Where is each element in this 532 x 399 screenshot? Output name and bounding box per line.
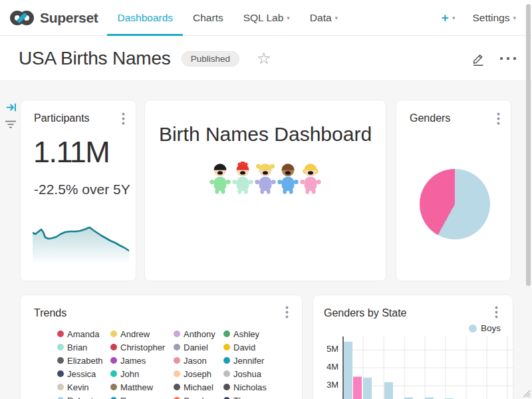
chart-options-kebab-icon[interactable]: [285, 306, 289, 319]
chart-title: Genders: [410, 112, 450, 124]
legend-label: Sarah: [184, 396, 207, 399]
nav-menu: DashboardsChartsSQL Lab▾Data▾: [107, 0, 348, 36]
legend-item-joshua[interactable]: Joshua: [223, 367, 290, 380]
card-genders: Genders: [396, 100, 511, 281]
legend-dot: [57, 344, 64, 350]
legend-item-nicholas[interactable]: Nicholas: [223, 380, 290, 394]
legend-dot: [110, 344, 117, 350]
favorite-star-icon[interactable]: ☆: [257, 51, 271, 66]
resize-handle-icon[interactable]: [521, 388, 531, 398]
top-nav: Superset DashboardsChartsSQL Lab▾Data▾ +…: [0, 0, 532, 36]
legend-dot: [223, 344, 230, 350]
status-badge[interactable]: Published: [182, 51, 239, 66]
nav-item-charts[interactable]: Charts: [183, 0, 233, 36]
expand-filter-bar-icon[interactable]: [6, 102, 17, 113]
legend-item-thomas[interactable]: Thomas: [223, 394, 290, 399]
legend-item-ryan[interactable]: Ryan: [110, 394, 174, 399]
legend-label: Jessica: [67, 369, 96, 379]
chart-options-kebab-icon[interactable]: [122, 112, 125, 125]
legend-label: Christopher: [120, 342, 165, 352]
nav-item-data[interactable]: Data▾: [300, 0, 348, 36]
edit-dashboard-icon[interactable]: [471, 51, 485, 66]
bar-girls[interactable]: [353, 377, 362, 399]
legend-item-daniel[interactable]: Daniel: [174, 340, 223, 354]
legend-item-michael[interactable]: Michael: [174, 380, 223, 394]
legend-item-james[interactable]: James: [110, 354, 174, 367]
nav-item-label: Dashboards: [117, 12, 173, 24]
legend-dot: [110, 357, 117, 364]
nav-item-dashboards[interactable]: Dashboards: [107, 0, 183, 36]
legend-item-boys[interactable]: Boys: [469, 323, 501, 333]
legend-label: Elizabeth: [67, 356, 102, 366]
plus-icon: +: [442, 11, 449, 24]
settings-menu[interactable]: Settings ▾: [472, 12, 516, 24]
bar-boys[interactable]: [363, 378, 372, 399]
vertical-scrollbar-thumb[interactable]: [526, 4, 531, 286]
legend-item-john[interactable]: John: [110, 367, 174, 380]
legend-label: Jason: [184, 356, 207, 366]
chart-options-kebab-icon[interactable]: [495, 306, 498, 319]
brand-home-link[interactable]: Superset: [0, 10, 98, 26]
more-actions-icon[interactable]: [499, 56, 517, 61]
legend-label: Daniel: [184, 342, 208, 352]
legend-label: Joshua: [233, 369, 261, 379]
legend-item-matthew[interactable]: Matthew: [110, 380, 174, 394]
legend-dot: [223, 357, 230, 364]
legend-item-kevin[interactable]: Kevin: [57, 380, 110, 394]
legend-item-christopher[interactable]: Christopher: [110, 340, 174, 354]
y-tick-label: 5M: [319, 344, 338, 354]
legend-item-anthony[interactable]: Anthony: [174, 327, 223, 340]
dashboard-title: USA Births Names: [19, 48, 171, 69]
legend-dot: [57, 384, 64, 390]
y-tick-label: 3M: [319, 380, 338, 390]
big-number-subheader: -22.5% over 5Y: [34, 182, 130, 198]
legend-label: John: [120, 369, 139, 379]
legend-dot: [223, 370, 230, 377]
card-markdown: Birth Names Dashboard: [144, 100, 386, 281]
bar-boys[interactable]: [344, 342, 352, 399]
chart-title: Trends: [34, 307, 66, 319]
legend-item-jason[interactable]: Jason: [174, 354, 223, 367]
nav-item-label: Data: [310, 12, 332, 24]
participants-sparkline-chart[interactable]: [33, 224, 129, 262]
legend-label: Anthony: [184, 329, 215, 339]
legend-dot: [57, 357, 64, 364]
brand-name: Superset: [40, 10, 98, 26]
legend-item-amanda[interactable]: Amanda: [57, 327, 110, 340]
legend-label: Jennifer: [233, 356, 264, 366]
legend-item-david[interactable]: David: [223, 340, 290, 354]
bar-boys[interactable]: [384, 382, 393, 399]
legend-label: Nicholas: [233, 382, 267, 392]
legend-item-joseph[interactable]: Joseph: [174, 367, 223, 380]
chart-options-kebab-icon[interactable]: [497, 112, 500, 125]
nav-item-sql-lab[interactable]: SQL Lab▾: [233, 0, 300, 36]
filter-list-icon[interactable]: [5, 120, 17, 129]
legend-dot: [223, 384, 230, 390]
superset-logo-icon: [9, 10, 35, 26]
card-participants: Participants 1.11M -22.5% over 5Y: [20, 100, 136, 281]
legend-item-jennifer[interactable]: Jennifer: [223, 354, 290, 367]
legend-dot: [469, 325, 477, 332]
legend-item-ashley[interactable]: Ashley: [223, 327, 290, 340]
legend-label: Ryan: [120, 396, 140, 399]
legend-item-robert[interactable]: Robert: [57, 394, 110, 399]
chart-title: Genders by State: [324, 307, 407, 319]
y-tick-label: 4M: [319, 362, 338, 372]
legend-item-sarah[interactable]: Sarah: [174, 394, 223, 399]
legend-dot: [174, 384, 180, 390]
legend-item-brian[interactable]: Brian: [57, 340, 110, 354]
legend-item-elizabeth[interactable]: Elizabeth: [57, 354, 110, 367]
caret-down-icon: ▾: [513, 15, 516, 21]
legend-dot: [110, 370, 117, 377]
genders-by-state-bar-chart[interactable]: [342, 336, 514, 399]
new-item-button[interactable]: + ▾: [442, 11, 456, 24]
card-genders-by-state: Genders by State Boys 5M4M3M: [313, 295, 513, 399]
legend-dot: [174, 344, 180, 350]
legend-item-jessica[interactable]: Jessica: [57, 367, 110, 380]
legend-item-andrew[interactable]: Andrew: [110, 327, 174, 340]
legend-dot: [223, 331, 230, 337]
caret-down-icon: ▾: [452, 15, 456, 21]
legend-dot: [110, 384, 117, 390]
dashboard-canvas: Participants 1.11M -22.5% over 5Y Birth …: [0, 81, 532, 399]
genders-pie-chart[interactable]: [420, 169, 490, 239]
